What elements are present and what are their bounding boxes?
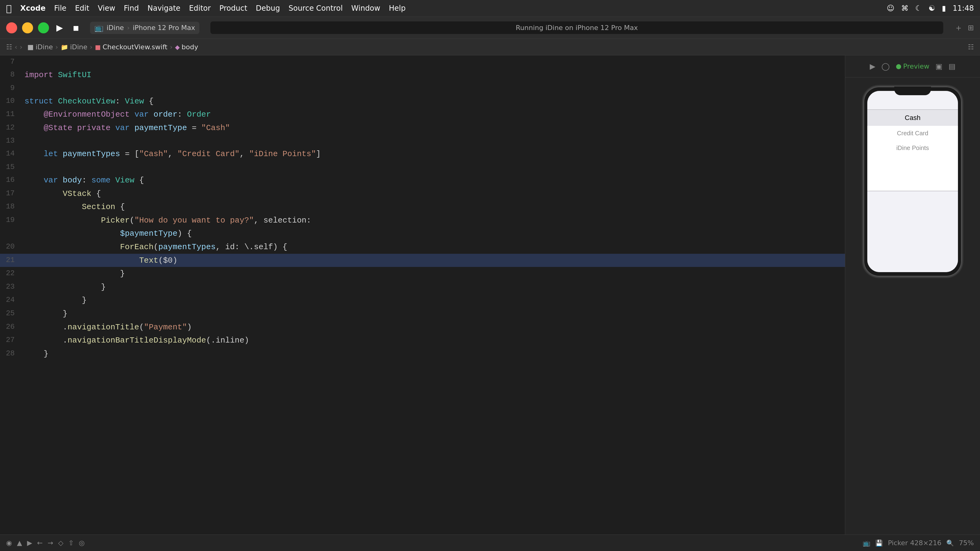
line-number: 28 [0,347,22,359]
bottom-nav-forward[interactable]: → [48,539,53,547]
breadcrumb-project-label: iDine [35,43,53,51]
menu-item-edit[interactable]: Edit [75,4,89,13]
scheme-separator: › [127,24,130,32]
line-number: 25 [0,307,22,319]
nav-forward-icon[interactable]: › [20,43,23,51]
zoom-icon[interactable]: 🔍 [946,539,954,547]
bottom-issue-icon[interactable]: ▲ [17,539,22,547]
minimize-button[interactable] [22,22,33,33]
add-button[interactable]: ＋ [954,22,963,34]
bottom-more-icon[interactable]: ◎ [79,539,84,547]
ios-picker-idine-points-row[interactable]: iDine Points [867,140,958,155]
editor-layout-right-icon[interactable]: ☷ [968,43,974,51]
code-line: 19 Picker("How do you want to pay?", sel… [0,214,845,227]
line-content: Section { [22,200,845,214]
breadcrumb-folder[interactable]: 📁 iDine [60,43,88,51]
menu-item-debug[interactable]: Debug [256,4,280,13]
line-content: } [22,294,845,307]
battery-icon: ▮ [942,4,946,13]
line-content: .navigationTitle("Payment") [22,321,845,334]
bottom-cursor-icon[interactable]: ⇧ [68,539,74,547]
line-content: .navigationBarTitleDisplayMode(.inline) [22,333,845,347]
breadcrumb-file[interactable]: ■ CheckoutView.swift [95,43,167,51]
run-button[interactable]: ▶ [54,21,65,34]
ios-picker-idine-points: iDine Points [896,144,929,151]
preview-settings-icon[interactable]: ◯ [881,62,890,71]
line-content: let paymentTypes = ["Cash", "Credit Card… [22,147,845,161]
line-content: ForEach(paymentTypes, id: \.self) { [22,240,845,254]
menu-item-source-control[interactable]: Source Control [288,4,343,13]
swift-file-icon: ■ [95,43,101,51]
bottom-breakpoint-icon[interactable]: ◇ [58,539,64,547]
preview-label: ⬤ Preview [896,62,929,70]
editor-preview-area: 78import SwiftUI910struct CheckoutView: … [0,56,980,535]
menu-item-editor[interactable]: Editor [189,4,211,13]
line-number: 14 [0,147,22,159]
nav-arrows: ‹ › [15,43,23,51]
bottom-right-info: 📺 💾 Picker 428×216 🔍 75% [863,539,974,547]
bc-sep-2: › [90,43,92,51]
line-content: } [22,280,845,294]
moon-icon: ☾ [915,4,922,13]
line-content: } [22,347,845,360]
line-content: @State private var paymentType = "Cash" [22,121,845,135]
code-line: 12 @State private var paymentType = "Cas… [0,121,845,135]
line-number: 24 [0,294,22,306]
zoom-level: 75% [959,539,974,547]
code-line: 18 Section { [0,200,845,214]
menu-item-xcode[interactable]: Xcode [20,4,46,13]
menu-item-window[interactable]: Window [351,4,380,13]
iphone-notch [894,87,931,95]
breadcrumb-file-label: CheckoutView.swift [103,43,167,51]
code-editor[interactable]: 78import SwiftUI910struct CheckoutView: … [0,56,845,535]
code-line: 21 Text($0) [0,254,845,267]
folder-icon: 📁 [60,43,68,51]
ios-picker-credit-card-row[interactable]: Credit Card [867,126,958,140]
scheme-app-icon: 📺 [94,24,103,32]
preview-toolbar: ▶ ◯ ⬤ Preview ▣ ▤ [845,56,980,78]
component-name: Picker [888,539,908,547]
bottom-test-icon[interactable]: ▶ [27,539,32,547]
menu-item-file[interactable]: File [54,4,67,13]
menu-bar:  Xcode File Edit View Find Navigate Edi… [0,0,980,17]
close-button[interactable] [6,22,17,33]
code-line: 17 VStack { [0,187,845,200]
preview-layout-icon[interactable]: ▤ [948,62,956,71]
menu-item-product[interactable]: Product [219,4,247,13]
line-number: 15 [0,161,22,173]
bc-sep-3: › [170,43,173,51]
nav-back-icon[interactable]: ‹ [15,43,18,51]
sidebar-toggle-icon[interactable]: ☷ [6,43,12,51]
apple-logo[interactable]:  [6,3,12,14]
bottom-debug-icon[interactable]: ◉ [6,539,12,547]
scheme-selector[interactable]: 📺 iDine › iPhone 12 Pro Max [90,22,199,34]
maximize-button[interactable] [38,22,49,33]
preview-run-icon[interactable]: ▶ [870,62,875,71]
code-line: 11 @EnvironmentObject var order: Order [0,108,845,121]
code-line: 20 ForEach(paymentTypes, id: \.self) { [0,240,845,254]
preview-dot: ⬤ [896,64,901,69]
menu-item-navigate[interactable]: Navigate [147,4,180,13]
menubar-right-icons: ☺ ⌘ ☾ ☯ ▮ 11:48 [887,4,974,13]
ios-picker-credit-card: Credit Card [897,130,928,137]
line-number: 11 [0,108,22,120]
breadcrumb-symbol[interactable]: ◆ body [175,43,198,51]
menu-item-help[interactable]: Help [389,4,406,13]
code-line: 8import SwiftUI [0,68,845,82]
page-wrapper:  Xcode File Edit View Find Navigate Edi… [0,0,980,551]
stop-button[interactable]: ◼ [70,22,81,33]
bottom-nav-back[interactable]: ← [37,539,43,547]
line-number: 12 [0,121,22,133]
menu-item-view[interactable]: View [98,4,115,13]
code-line: 14 let paymentTypes = ["Cash", "Credit C… [0,147,845,161]
dropbox-icon[interactable]: ☺ [887,4,894,13]
editor-layout-icon[interactable]: ⊞ [968,24,974,32]
preview-device-icon[interactable]: ▣ [935,62,943,71]
menu-item-find[interactable]: Find [124,4,139,13]
breadcrumb-project[interactable]: ■ iDine [27,43,52,51]
breadcrumb-folder-label: iDine [70,43,88,51]
line-content [22,82,845,83]
line-number: 16 [0,173,22,186]
line-content [22,161,845,161]
ios-picker-selected-row[interactable]: Cash [867,110,958,126]
